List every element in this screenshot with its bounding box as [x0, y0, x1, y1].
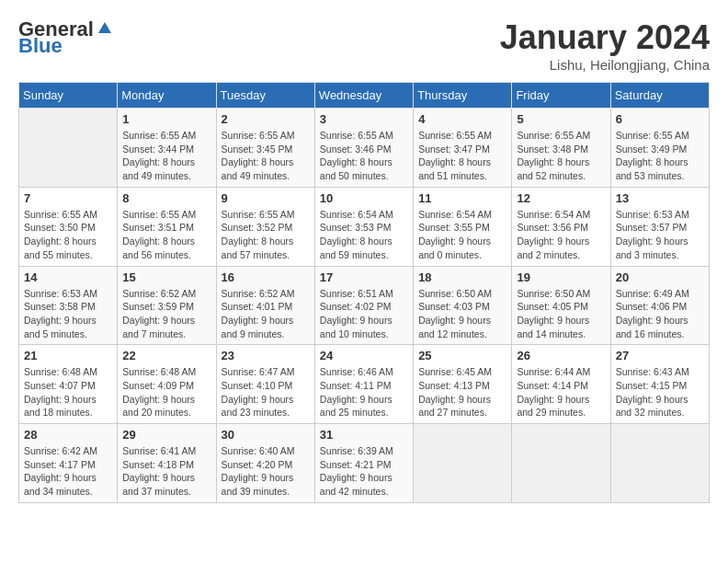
calendar-cell: 14Sunrise: 6:53 AMSunset: 3:58 PMDayligh…	[19, 266, 118, 345]
day-number: 29	[122, 428, 210, 442]
calendar-cell: 26Sunrise: 6:44 AMSunset: 4:14 PMDayligh…	[512, 345, 610, 424]
day-number: 15	[122, 270, 210, 284]
day-number: 8	[122, 191, 210, 205]
header-friday: Friday	[512, 83, 610, 109]
calendar-cell: 11Sunrise: 6:54 AMSunset: 3:55 PMDayligh…	[414, 187, 512, 266]
calendar-cell	[512, 424, 610, 503]
day-info: Sunrise: 6:55 AMSunset: 3:44 PMDaylight:…	[122, 129, 210, 183]
day-number: 13	[616, 191, 704, 205]
day-info: Sunrise: 6:54 AMSunset: 3:55 PMDaylight:…	[418, 208, 506, 262]
day-number: 1	[122, 112, 210, 126]
calendar-cell: 30Sunrise: 6:40 AMSunset: 4:20 PMDayligh…	[216, 424, 314, 503]
calendar-cell: 7Sunrise: 6:55 AMSunset: 3:50 PMDaylight…	[19, 187, 118, 266]
calendar-cell: 8Sunrise: 6:55 AMSunset: 3:51 PMDaylight…	[118, 187, 216, 266]
calendar-cell: 27Sunrise: 6:43 AMSunset: 4:15 PMDayligh…	[610, 345, 709, 424]
day-number: 30	[222, 428, 310, 442]
logo: General Blue	[18, 18, 113, 56]
calendar-cell: 10Sunrise: 6:54 AMSunset: 3:53 PMDayligh…	[314, 187, 413, 266]
calendar-cell	[19, 109, 118, 188]
calendar-cell: 28Sunrise: 6:42 AMSunset: 4:17 PMDayligh…	[19, 424, 118, 503]
day-number: 16	[222, 270, 310, 284]
day-number: 20	[616, 270, 704, 284]
day-info: Sunrise: 6:51 AMSunset: 4:02 PMDaylight:…	[320, 287, 408, 341]
day-number: 2	[222, 112, 310, 126]
title-section: January 2024 Lishu, Heilongjiang, China	[500, 18, 710, 73]
day-info: Sunrise: 6:55 AMSunset: 3:52 PMDaylight:…	[222, 208, 310, 262]
day-info: Sunrise: 6:40 AMSunset: 4:20 PMDaylight:…	[222, 444, 310, 499]
day-info: Sunrise: 6:54 AMSunset: 3:56 PMDaylight:…	[517, 208, 605, 262]
day-number: 27	[616, 349, 704, 362]
day-number: 5	[517, 112, 605, 126]
calendar-cell: 17Sunrise: 6:51 AMSunset: 4:02 PMDayligh…	[314, 266, 413, 345]
day-number: 17	[320, 270, 408, 284]
calendar-cell: 19Sunrise: 6:50 AMSunset: 4:05 PMDayligh…	[512, 266, 610, 345]
calendar-cell: 16Sunrise: 6:52 AMSunset: 4:01 PMDayligh…	[216, 266, 314, 345]
header-wednesday: Wednesday	[314, 83, 413, 109]
day-info: Sunrise: 6:52 AMSunset: 3:59 PMDaylight:…	[122, 287, 210, 341]
day-info: Sunrise: 6:54 AMSunset: 3:53 PMDaylight:…	[320, 208, 408, 262]
day-number: 3	[320, 112, 408, 126]
day-info: Sunrise: 6:55 AMSunset: 3:48 PMDaylight:…	[517, 129, 605, 183]
day-number: 9	[222, 191, 310, 205]
week-row-1: 1Sunrise: 6:55 AMSunset: 3:44 PMDaylight…	[19, 109, 710, 188]
day-number: 28	[24, 428, 112, 442]
day-number: 18	[418, 270, 506, 284]
day-number: 6	[616, 112, 704, 126]
calendar-cell: 18Sunrise: 6:50 AMSunset: 4:03 PMDayligh…	[414, 266, 512, 345]
day-number: 31	[320, 428, 408, 442]
day-info: Sunrise: 6:50 AMSunset: 4:05 PMDaylight:…	[517, 287, 605, 341]
day-number: 19	[517, 270, 605, 284]
day-info: Sunrise: 6:42 AMSunset: 4:17 PMDaylight:…	[24, 444, 112, 499]
svg-marker-0	[98, 22, 111, 33]
day-number: 11	[418, 191, 506, 205]
day-number: 22	[122, 349, 210, 362]
day-info: Sunrise: 6:55 AMSunset: 3:50 PMDaylight:…	[24, 208, 112, 262]
day-info: Sunrise: 6:55 AMSunset: 3:49 PMDaylight:…	[616, 129, 704, 183]
day-number: 23	[222, 349, 310, 362]
day-info: Sunrise: 6:53 AMSunset: 3:57 PMDaylight:…	[616, 208, 704, 262]
calendar-cell: 20Sunrise: 6:49 AMSunset: 4:06 PMDayligh…	[610, 266, 709, 345]
calendar-cell: 25Sunrise: 6:45 AMSunset: 4:13 PMDayligh…	[414, 345, 512, 424]
day-number: 25	[418, 349, 506, 362]
calendar-cell: 29Sunrise: 6:41 AMSunset: 4:18 PMDayligh…	[118, 424, 216, 503]
header-sunday: Sunday	[19, 83, 118, 109]
day-number: 14	[24, 270, 112, 284]
day-number: 24	[320, 349, 408, 362]
calendar-cell: 13Sunrise: 6:53 AMSunset: 3:57 PMDayligh…	[610, 187, 709, 266]
calendar-cell	[414, 424, 512, 503]
calendar-cell: 6Sunrise: 6:55 AMSunset: 3:49 PMDaylight…	[610, 109, 709, 188]
calendar-cell: 9Sunrise: 6:55 AMSunset: 3:52 PMDaylight…	[216, 187, 314, 266]
month-title: January 2024	[500, 18, 710, 57]
calendar-cell: 21Sunrise: 6:48 AMSunset: 4:07 PMDayligh…	[19, 345, 118, 424]
day-info: Sunrise: 6:44 AMSunset: 4:14 PMDaylight:…	[517, 365, 605, 419]
calendar-cell: 22Sunrise: 6:48 AMSunset: 4:09 PMDayligh…	[118, 345, 216, 424]
day-number: 26	[517, 349, 605, 362]
calendar-cell	[610, 424, 709, 503]
calendar-cell: 23Sunrise: 6:47 AMSunset: 4:10 PMDayligh…	[216, 345, 314, 424]
day-info: Sunrise: 6:46 AMSunset: 4:11 PMDaylight:…	[320, 365, 408, 419]
calendar-cell: 12Sunrise: 6:54 AMSunset: 3:56 PMDayligh…	[512, 187, 610, 266]
calendar-cell: 15Sunrise: 6:52 AMSunset: 3:59 PMDayligh…	[118, 266, 216, 345]
day-info: Sunrise: 6:52 AMSunset: 4:01 PMDaylight:…	[222, 287, 310, 341]
day-info: Sunrise: 6:49 AMSunset: 4:06 PMDaylight:…	[616, 287, 704, 341]
day-info: Sunrise: 6:55 AMSunset: 3:45 PMDaylight:…	[222, 129, 310, 183]
calendar-cell: 24Sunrise: 6:46 AMSunset: 4:11 PMDayligh…	[314, 345, 413, 424]
header-tuesday: Tuesday	[216, 83, 314, 109]
day-info: Sunrise: 6:55 AMSunset: 3:51 PMDaylight:…	[122, 208, 210, 262]
week-row-4: 21Sunrise: 6:48 AMSunset: 4:07 PMDayligh…	[19, 345, 710, 424]
day-info: Sunrise: 6:41 AMSunset: 4:18 PMDaylight:…	[122, 444, 210, 499]
day-info: Sunrise: 6:48 AMSunset: 4:09 PMDaylight:…	[122, 365, 210, 419]
calendar-cell: 1Sunrise: 6:55 AMSunset: 3:44 PMDaylight…	[118, 109, 216, 188]
day-info: Sunrise: 6:48 AMSunset: 4:07 PMDaylight:…	[24, 365, 112, 419]
logo-blue: Blue	[18, 36, 113, 56]
day-number: 4	[418, 112, 506, 126]
day-number: 7	[24, 191, 112, 205]
day-number: 10	[320, 191, 408, 205]
day-info: Sunrise: 6:55 AMSunset: 3:47 PMDaylight:…	[418, 129, 506, 183]
header-thursday: Thursday	[414, 83, 512, 109]
day-info: Sunrise: 6:43 AMSunset: 4:15 PMDaylight:…	[616, 365, 704, 419]
calendar-table: SundayMondayTuesdayWednesdayThursdayFrid…	[18, 82, 710, 503]
location: Lishu, Heilongjiang, China	[500, 57, 710, 73]
header-monday: Monday	[118, 83, 216, 109]
day-number: 21	[24, 349, 112, 362]
